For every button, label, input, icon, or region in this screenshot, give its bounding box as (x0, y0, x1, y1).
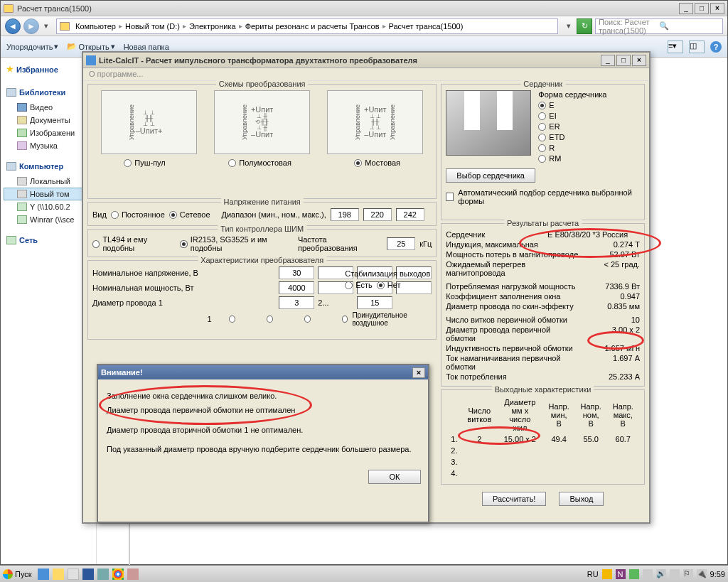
breadcrumb-segment[interactable]: Новый том (D:) (122, 22, 183, 31)
col-radio-3[interactable] (304, 316, 311, 323)
scheme-halfbridge-image: Управление +Uпит⊥ ╫⟲╫╫⊥ ╫–Uпит (214, 90, 310, 154)
core-er-radio[interactable]: ER (538, 122, 606, 131)
sidebar-item-favorites[interactable]: ★Избранное (6, 65, 93, 74)
breadcrumb[interactable]: Компьютер▸ Новый том (D:)▸ Электроника▸ … (56, 18, 558, 34)
core-r-radio[interactable]: R (538, 144, 606, 152)
warning-close-button[interactable]: × (412, 367, 425, 378)
voltage-dc-radio[interactable]: Постоянное (111, 210, 165, 219)
sidebar-item-y[interactable]: Y (\\10.60.2 (4, 200, 93, 213)
sidebar-item-libraries[interactable]: Библиотеки (6, 88, 93, 97)
output-title: Выходные характеристики (492, 385, 594, 394)
tray-icon[interactable] (629, 569, 639, 579)
preview-pane-button[interactable]: ◫ (689, 41, 705, 53)
sidebar-item-video[interactable]: Видео (4, 101, 93, 114)
tray-icon[interactable] (643, 569, 653, 579)
language-indicator[interactable]: RU (587, 570, 599, 578)
tray-network-icon[interactable] (670, 569, 680, 579)
tray-flag-icon[interactable]: ⚐ (683, 569, 693, 579)
calcit-maximize-button[interactable]: □ (616, 55, 631, 66)
maximize-button[interactable]: □ (695, 3, 709, 14)
close-button[interactable]: × (710, 3, 724, 14)
sidebar-item-network[interactable]: Сеть (6, 236, 93, 244)
sidebar-item-documents[interactable]: Документы (4, 114, 93, 126)
ir2153-radio[interactable]: IR2153, SG3525 и им подобны (180, 235, 294, 252)
core-e-radio[interactable]: E (538, 101, 606, 109)
calcit-minimize-button[interactable]: _ (601, 55, 615, 66)
calcit-close-button[interactable]: × (632, 55, 646, 66)
explorer-title: Расчет транса(1500) (17, 4, 679, 13)
breadcrumb-segment[interactable]: Компьютер (73, 22, 119, 31)
taskbar-app-icon[interactable] (127, 568, 139, 580)
nominal-voltage-input[interactable] (279, 266, 314, 279)
breadcrumb-segment[interactable]: Фериты резонанс и расчеты Трансов (242, 22, 382, 31)
breadcrumb-segment[interactable]: Расчет транса(1500) (386, 22, 466, 31)
auto-core-checkbox[interactable] (446, 193, 454, 201)
core-rm-radio[interactable]: RM (538, 154, 606, 163)
taskbar-chrome-icon[interactable] (112, 568, 124, 580)
voltage-max-input[interactable] (396, 208, 424, 221)
forward-button[interactable]: ► (23, 18, 39, 34)
open-button[interactable]: 📂Открыть▾ (67, 42, 114, 51)
col-radio-2[interactable] (267, 316, 273, 323)
stab-label: Стабилизация выходов (345, 269, 430, 278)
calcit-titlebar[interactable]: Lite-CalcIT - Расчет импульсного трансфо… (83, 53, 649, 68)
sidebar-item-winrar[interactable]: Winrar (\\sce (4, 213, 93, 226)
calculate-button[interactable]: Рассчитать! (482, 492, 546, 506)
breadcrumb-segment[interactable]: Электроника (186, 22, 239, 31)
core-etd-radio[interactable]: ETD (538, 133, 606, 141)
tl494-radio[interactable]: TL494 и ему подобны (92, 235, 176, 252)
scheme-bridge-radio[interactable]: Мостовая (354, 158, 400, 167)
taskbar-word-icon[interactable] (82, 568, 94, 580)
history-dropdown[interactable]: ▾ (42, 21, 50, 31)
explorer-nav: ◄ ► ▾ Компьютер▸ Новый том (D:)▸ Электро… (1, 16, 727, 36)
tray-time[interactable]: 9:59 (710, 570, 725, 578)
col-radio-4[interactable] (342, 316, 348, 323)
wire-dia-input-2[interactable] (357, 296, 392, 309)
view-options-button[interactable]: ≡▾ (668, 41, 683, 53)
sidebar-item-computer[interactable]: Компьютер (6, 162, 93, 171)
newfolder-button[interactable]: Новая папка (124, 43, 169, 51)
taskbar: Пуск RU N 🔊 ⚐ 🔌 9:59 (0, 565, 728, 582)
back-button[interactable]: ◄ (5, 18, 21, 34)
scheme-halfbridge-radio[interactable]: Полумостовая (228, 158, 291, 167)
voltage-min-input[interactable] (331, 208, 359, 221)
search-input[interactable]: Поиск: Расчет транса(1500) 🔍 (595, 18, 723, 34)
sidebar-item-pictures[interactable]: Изображени (4, 126, 93, 139)
taskbar-app-icon[interactable] (68, 568, 79, 580)
freq-label: Частота преобразования (298, 235, 382, 252)
help-button[interactable]: ? (710, 41, 722, 53)
minimize-button[interactable]: _ (679, 3, 693, 14)
organize-button[interactable]: Упорядочить▾ (6, 42, 58, 51)
core-ei-radio[interactable]: EI (538, 112, 606, 120)
tray-power-icon[interactable]: 🔌 (697, 569, 707, 579)
exit-button[interactable]: Выход (559, 492, 604, 506)
sidebar-item-music[interactable]: Музыка (4, 139, 93, 152)
stab-no-radio[interactable]: Нет (377, 281, 401, 289)
folder-icon (60, 22, 70, 31)
breadcrumb-dropdown[interactable]: ▾ (564, 21, 574, 31)
taskbar-explorer-icon[interactable] (53, 568, 64, 580)
warning-titlebar[interactable]: Внимание! × (98, 365, 428, 379)
stab-yes-radio[interactable]: Есть (345, 281, 372, 289)
wire-dia-input[interactable] (279, 296, 314, 309)
tray-onenote-icon[interactable]: N (616, 569, 626, 579)
sidebar-item-local[interactable]: Локальный (4, 175, 93, 188)
voltage-ac-radio[interactable]: Сетевое (169, 210, 210, 219)
tray-volume-icon[interactable]: 🔊 (656, 569, 666, 579)
about-menu-item[interactable]: О программе... (89, 70, 143, 78)
freq-input[interactable] (387, 237, 415, 250)
warning-ok-button[interactable]: ОК (368, 470, 421, 484)
taskbar-ie-icon[interactable] (38, 568, 49, 580)
sidebar-item-newvol[interactable]: Новый том (4, 188, 93, 200)
refresh-button[interactable]: ↻ (577, 18, 592, 34)
select-core-button[interactable]: Выбор сердечника (446, 168, 535, 183)
warning-line-4: Под указанный диаметр провода вручную по… (107, 443, 419, 457)
explorer-titlebar[interactable]: Расчет транса(1500) _ □ × (1, 1, 727, 16)
voltage-nom-input[interactable] (363, 208, 392, 221)
col-radio-1[interactable] (229, 316, 235, 323)
nominal-power-input[interactable] (279, 281, 314, 294)
scheme-pushpull-radio[interactable]: Пуш-пул (124, 158, 166, 167)
start-button[interactable]: Пуск (3, 569, 32, 579)
taskbar-app-icon[interactable] (97, 568, 109, 580)
tray-icon[interactable] (602, 569, 612, 579)
